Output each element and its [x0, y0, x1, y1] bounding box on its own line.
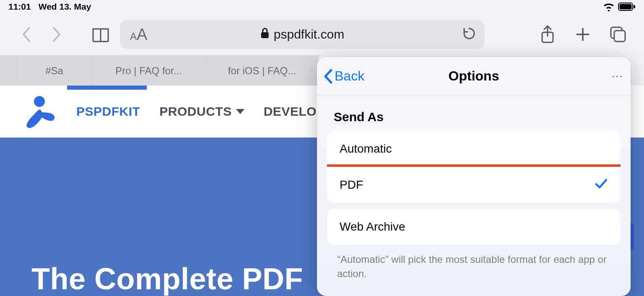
option-label: Automatic: [340, 142, 392, 156]
option-web-archive[interactable]: Web Archive: [327, 209, 621, 245]
send-as-list: Automatic PDF: [327, 131, 621, 203]
address-text: pspdfkit.com: [274, 27, 344, 42]
svg-rect-1: [620, 4, 632, 10]
tab-overflow-left[interactable]: [0, 56, 17, 86]
option-label: PDF: [340, 178, 363, 192]
hero-headline: The Complete PDF: [31, 262, 303, 296]
popover-header: Back Options ⋯: [317, 57, 631, 96]
annotation-highlight: [327, 164, 621, 203]
address-bar[interactable]: AA pspdfkit.com: [120, 20, 485, 49]
tab-strip: #Sa Pro | FAQ for... for iOS | FAQ...: [0, 55, 319, 86]
chevron-down-icon: [236, 109, 244, 114]
option-pdf[interactable]: PDF: [327, 167, 621, 203]
nav-pspdfkit[interactable]: PSPDFKIT: [76, 104, 140, 119]
footer-note: “Automatic” will pick the most suitable …: [317, 245, 631, 280]
svg-rect-6: [614, 31, 625, 42]
option-automatic[interactable]: Automatic: [327, 131, 621, 167]
section-send-as: Send As: [317, 96, 631, 131]
overflow-indicator: ⋯: [611, 69, 624, 83]
svg-point-7: [34, 96, 45, 107]
nav-label: PRODUCTS: [159, 104, 231, 119]
tab-label: for iOS | FAQ...: [228, 65, 296, 77]
checkmark-icon: [595, 178, 608, 192]
status-bar: 11:01 Wed 13. May: [0, 0, 644, 13]
option-label: Web Archive: [340, 220, 405, 234]
bookmarks-button[interactable]: [87, 21, 114, 48]
share-options-popover: Back Options ⋯ Send As Automatic PDF Web…: [317, 57, 631, 296]
back-button[interactable]: [13, 21, 39, 48]
svg-rect-2: [634, 5, 635, 8]
active-tab-indicator: [67, 86, 147, 90]
tab-1[interactable]: #Sa: [17, 56, 92, 86]
back-link[interactable]: Back: [323, 68, 364, 84]
svg-rect-3: [261, 32, 269, 38]
browser-toolbar: AA pspdfkit.com: [0, 13, 644, 55]
status-date: Wed 13. May: [39, 2, 91, 12]
brand-logo-icon[interactable]: [17, 91, 57, 132]
nav-products[interactable]: PRODUCTS: [159, 104, 244, 119]
wifi-icon: [603, 2, 615, 11]
tab-label: #Sa: [45, 65, 63, 77]
reload-button[interactable]: [462, 26, 476, 42]
back-label: Back: [335, 68, 364, 84]
tab-2[interactable]: Pro | FAQ for...: [92, 56, 205, 86]
lock-icon: [260, 27, 270, 42]
text-size-button[interactable]: AA: [130, 26, 147, 44]
tab-label: Pro | FAQ for...: [115, 65, 182, 77]
forward-button[interactable]: [44, 21, 70, 48]
send-as-list-2: Web Archive: [327, 209, 621, 245]
popover-title: Options: [449, 68, 499, 84]
share-button[interactable]: [534, 21, 561, 48]
tabs-button[interactable]: [605, 21, 631, 48]
battery-icon: [618, 3, 636, 11]
tab-3[interactable]: for iOS | FAQ...: [205, 56, 319, 86]
status-time: 11:01: [8, 2, 31, 12]
address-domain: pspdfkit.com: [260, 27, 344, 42]
new-tab-button[interactable]: [569, 21, 596, 48]
